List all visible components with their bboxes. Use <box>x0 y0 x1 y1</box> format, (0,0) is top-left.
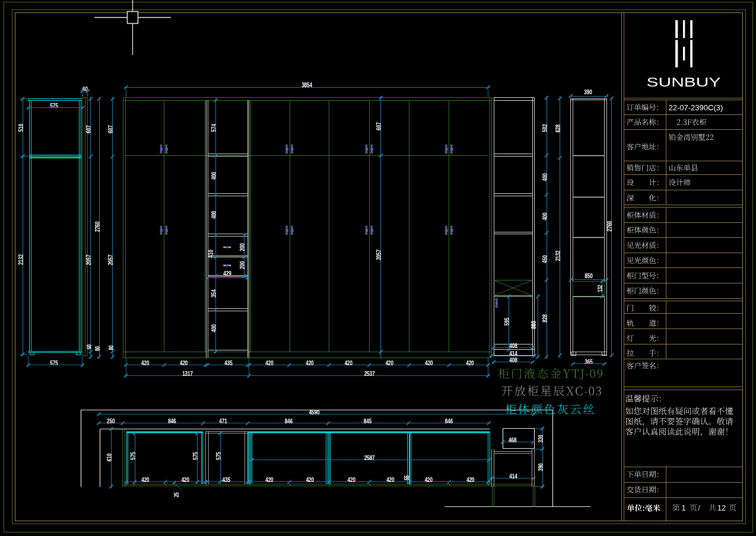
svg-text:400: 400 <box>541 213 548 221</box>
svg-text:420: 420 <box>265 476 273 483</box>
svg-text:574: 574 <box>209 123 217 132</box>
svg-text:628: 628 <box>554 124 561 132</box>
svg-text:4590: 4590 <box>309 409 320 416</box>
svg-text:846: 846 <box>285 417 293 425</box>
svg-text:429: 429 <box>223 269 231 276</box>
svg-text:420: 420 <box>265 359 273 366</box>
svg-text:22-07-2390C(3): 22-07-2390C(3) <box>669 103 723 112</box>
svg-text:420: 420 <box>425 476 433 483</box>
svg-text:400: 400 <box>209 324 217 332</box>
svg-text:390: 390 <box>584 88 592 95</box>
svg-text:1: 1 <box>681 503 685 512</box>
svg-text:2760: 2760 <box>606 221 613 232</box>
svg-text:25: 25 <box>173 492 180 497</box>
svg-text:828: 828 <box>541 314 548 323</box>
svg-text:420: 420 <box>180 359 188 366</box>
svg-text:410: 410 <box>207 250 214 257</box>
svg-text:420: 420 <box>386 476 394 483</box>
svg-text:330: 330 <box>536 435 544 442</box>
svg-text:200: 200 <box>239 243 246 251</box>
svg-text:420: 420 <box>306 476 314 483</box>
svg-text:400: 400 <box>541 173 548 181</box>
svg-text:610: 610 <box>106 454 113 461</box>
svg-text:2057: 2057 <box>85 255 92 266</box>
svg-text:471: 471 <box>219 417 227 425</box>
svg-text:2057: 2057 <box>375 250 382 260</box>
svg-text:2132: 2132 <box>554 250 561 261</box>
svg-text:2587: 2587 <box>364 454 375 461</box>
svg-text:354: 354 <box>209 289 217 298</box>
svg-text:607: 607 <box>85 125 92 133</box>
svg-text:420: 420 <box>425 359 433 366</box>
svg-text:420: 420 <box>141 476 149 483</box>
svg-text:80: 80 <box>94 346 101 351</box>
svg-text:365: 365 <box>585 358 593 365</box>
svg-text:400: 400 <box>209 211 217 219</box>
svg-text:420: 420 <box>182 476 189 483</box>
svg-text:132: 132 <box>597 285 603 292</box>
svg-text:408: 408 <box>509 356 517 363</box>
svg-text:575: 575 <box>192 452 199 460</box>
svg-text:414: 414 <box>509 473 517 480</box>
svg-text:SUNBUY: SUNBUY <box>647 75 721 90</box>
svg-text:420: 420 <box>306 359 313 366</box>
svg-text:250: 250 <box>107 417 115 425</box>
svg-text:/: / <box>698 503 700 512</box>
svg-text:200: 200 <box>239 261 246 269</box>
svg-text:80: 80 <box>107 345 114 350</box>
svg-text:420: 420 <box>141 359 149 366</box>
svg-text:845: 845 <box>364 417 372 425</box>
svg-text:575: 575 <box>50 102 58 109</box>
svg-text:850: 850 <box>585 272 592 279</box>
svg-text:12: 12 <box>717 503 726 512</box>
svg-text:435: 435 <box>223 476 231 483</box>
svg-text:607: 607 <box>375 122 382 130</box>
svg-text:420: 420 <box>466 359 474 366</box>
svg-text:846: 846 <box>168 417 176 425</box>
svg-text:420: 420 <box>345 359 352 366</box>
svg-text:400: 400 <box>209 172 217 180</box>
svg-text:2057: 2057 <box>107 255 114 266</box>
svg-text:420: 420 <box>348 476 355 483</box>
svg-text:510: 510 <box>17 124 24 132</box>
svg-text:55: 55 <box>403 476 409 480</box>
svg-text:846: 846 <box>445 417 453 425</box>
svg-text:2760: 2760 <box>93 222 100 232</box>
svg-text:60: 60 <box>86 344 93 349</box>
svg-text:2132: 2132 <box>17 254 24 264</box>
svg-text:502: 502 <box>541 124 548 132</box>
svg-text:420: 420 <box>466 476 474 483</box>
svg-text:607: 607 <box>107 125 114 133</box>
svg-text:575: 575 <box>50 359 58 366</box>
svg-text:390: 390 <box>536 463 544 471</box>
svg-text:1317: 1317 <box>182 370 193 377</box>
svg-text:575: 575 <box>214 452 221 460</box>
svg-text:435: 435 <box>224 359 233 366</box>
svg-text:595: 595 <box>503 317 510 326</box>
svg-text:860: 860 <box>530 321 537 328</box>
svg-text:468: 468 <box>509 436 517 443</box>
svg-text:575: 575 <box>129 452 136 460</box>
svg-text:408: 408 <box>509 342 517 349</box>
svg-text:2537: 2537 <box>364 370 375 377</box>
svg-text:450: 450 <box>541 256 548 263</box>
svg-text:420: 420 <box>386 359 393 366</box>
